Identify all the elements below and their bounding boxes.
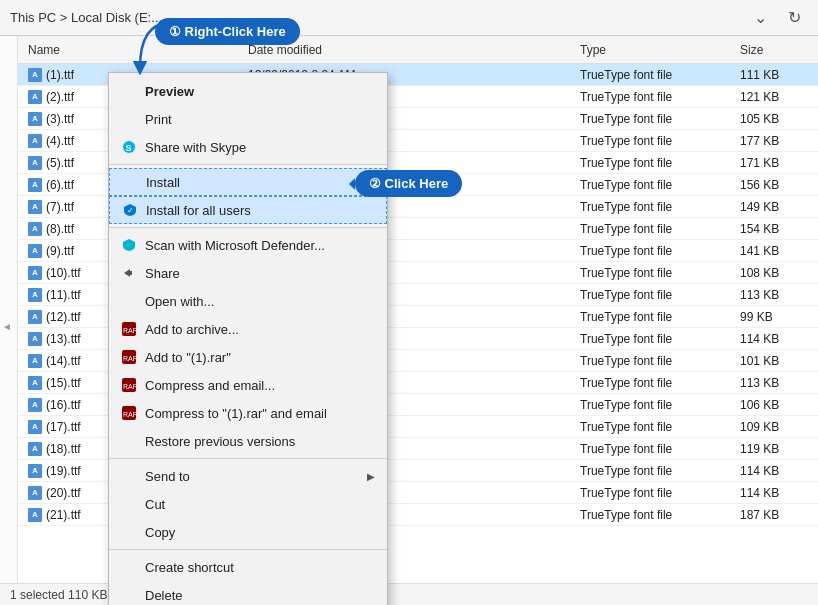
menu-separator (109, 458, 387, 459)
sidebar: ◄ (0, 36, 18, 605)
file-type-cell: TrueType font file (574, 354, 734, 368)
menu-item-label: Install (146, 175, 180, 190)
file-size-cell: 108 KB (734, 266, 814, 280)
file-type-cell: TrueType font file (574, 222, 734, 236)
menu-item-create-shortcut[interactable]: Create shortcut (109, 553, 387, 581)
col-size[interactable]: Size (734, 43, 814, 57)
menu-item-label: Cut (145, 497, 165, 512)
menu-item-label: Print (145, 112, 172, 127)
file-type-cell: TrueType font file (574, 178, 734, 192)
svg-text:RAR: RAR (123, 355, 136, 362)
file-type-cell: TrueType font file (574, 112, 734, 126)
file-icon: A (28, 68, 42, 82)
callout-1: ① Right-Click Here (155, 18, 300, 45)
file-type-cell: TrueType font file (574, 266, 734, 280)
winrar-icon: RAR (121, 321, 137, 337)
svg-text:RAR: RAR (123, 327, 136, 334)
file-size-cell: 149 KB (734, 200, 814, 214)
menu-item-scan[interactable]: Scan with Microsoft Defender... (109, 231, 387, 259)
file-size-cell: 141 KB (734, 244, 814, 258)
file-type-cell: TrueType font file (574, 200, 734, 214)
svg-text:✓: ✓ (127, 206, 134, 215)
menu-item-label: Create shortcut (145, 560, 234, 575)
file-size-cell: 109 KB (734, 420, 814, 434)
svg-text:RAR: RAR (123, 411, 136, 418)
file-size-cell: 156 KB (734, 178, 814, 192)
file-type-cell: TrueType font file (574, 288, 734, 302)
no-icon (121, 496, 137, 512)
file-icon: A (28, 156, 42, 170)
file-size-cell: 187 KB (734, 508, 814, 522)
file-size-cell: 154 KB (734, 222, 814, 236)
winrar-icon: RAR (121, 349, 137, 365)
menu-item-share[interactable]: Share (109, 259, 387, 287)
file-icon: A (28, 420, 42, 434)
file-icon: A (28, 442, 42, 456)
file-size-cell: 171 KB (734, 156, 814, 170)
title-bar: This PC > Local Disk (E:... ⌄ ↻ (0, 0, 818, 36)
file-icon: A (28, 332, 42, 346)
menu-item-copy[interactable]: Copy (109, 518, 387, 546)
no-icon (121, 433, 137, 449)
menu-item-add-rar[interactable]: RARAdd to "(1).rar" (109, 343, 387, 371)
file-icon: A (28, 354, 42, 368)
menu-item-print[interactable]: Print (109, 105, 387, 133)
menu-item-install-all[interactable]: ✓Install for all users (109, 196, 387, 224)
menu-item-label: Open with... (145, 294, 214, 309)
file-icon: A (28, 508, 42, 522)
svg-text:RAR: RAR (123, 383, 136, 390)
no-icon (121, 293, 137, 309)
menu-item-cut[interactable]: Cut (109, 490, 387, 518)
file-size-cell: 114 KB (734, 332, 814, 346)
refresh-button[interactable]: ↻ (780, 4, 808, 32)
file-size-cell: 111 KB (734, 68, 814, 82)
menu-item-label: Send to (145, 469, 190, 484)
menu-item-label: Add to archive... (145, 322, 239, 337)
winrar-icon: RAR (121, 405, 137, 421)
file-type-cell: TrueType font file (574, 134, 734, 148)
file-type-cell: TrueType font file (574, 420, 734, 434)
shield-icon: ✓ (122, 202, 138, 218)
file-icon: A (28, 244, 42, 258)
menu-item-preview[interactable]: Preview (109, 77, 387, 105)
col-type[interactable]: Type (574, 43, 734, 57)
file-icon: A (28, 288, 42, 302)
menu-item-label: Share (145, 266, 180, 281)
file-icon: A (28, 464, 42, 478)
menu-item-delete[interactable]: Delete (109, 581, 387, 605)
file-icon: A (28, 376, 42, 390)
no-icon (121, 587, 137, 603)
file-icon: A (28, 134, 42, 148)
menu-item-label: Install for all users (146, 203, 251, 218)
file-size-cell: 121 KB (734, 90, 814, 104)
file-size-cell: 99 KB (734, 310, 814, 324)
menu-item-send-to[interactable]: Send to▶ (109, 462, 387, 490)
menu-item-open-with[interactable]: Open with... (109, 287, 387, 315)
no-icon (121, 559, 137, 575)
file-type-cell: TrueType font file (574, 442, 734, 456)
menu-item-label: Preview (145, 84, 194, 99)
menu-item-label: Compress to "(1).rar" and email (145, 406, 327, 421)
menu-item-label: Share with Skype (145, 140, 246, 155)
file-size-cell: 114 KB (734, 486, 814, 500)
file-icon: A (28, 90, 42, 104)
file-size-cell: 113 KB (734, 288, 814, 302)
file-type-cell: TrueType font file (574, 156, 734, 170)
menu-separator (109, 227, 387, 228)
menu-item-restore[interactable]: Restore previous versions (109, 427, 387, 455)
file-type-cell: TrueType font file (574, 398, 734, 412)
defender-icon (121, 237, 137, 253)
submenu-arrow-icon: ▶ (367, 471, 375, 482)
menu-item-share-skype[interactable]: SShare with Skype (109, 133, 387, 161)
menu-item-compress-email[interactable]: RARCompress and email... (109, 371, 387, 399)
no-icon (121, 524, 137, 540)
file-type-cell: TrueType font file (574, 310, 734, 324)
context-menu: PreviewPrintSShare with SkypeInstall✓Ins… (108, 72, 388, 605)
col-date[interactable]: Date modified (242, 43, 574, 57)
menu-item-compress-rar-email[interactable]: RARCompress to "(1).rar" and email (109, 399, 387, 427)
menu-item-label: Delete (145, 588, 183, 603)
menu-item-add-archive[interactable]: RARAdd to archive... (109, 315, 387, 343)
dropdown-button[interactable]: ⌄ (746, 4, 774, 32)
callout-2: ② Click Here (355, 170, 462, 197)
file-size-cell: 119 KB (734, 442, 814, 456)
